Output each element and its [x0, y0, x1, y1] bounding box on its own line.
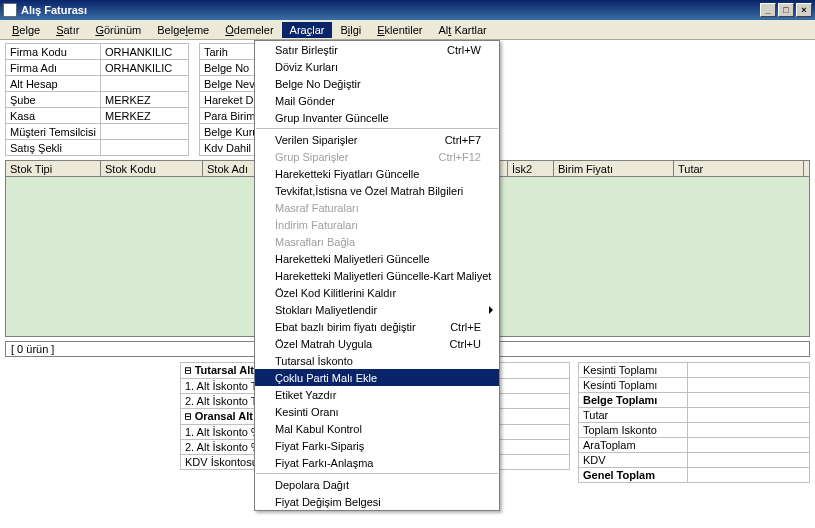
- menu-item[interactable]: Grup Invanter Güncelle: [255, 109, 499, 126]
- form-label: Kasa: [6, 108, 101, 124]
- totals-value: [688, 363, 810, 378]
- menu-item: İndirim Faturaları: [255, 216, 499, 233]
- menu-shortcut: Ctrl+U: [450, 338, 481, 350]
- menu-item[interactable]: Verilen SiparişlerCtrl+F7: [255, 131, 499, 148]
- menu-item-label: Hareketteki Fiyatları Güncelle: [275, 168, 419, 180]
- totals-label: KDV: [579, 453, 688, 468]
- menu-item: Masraf Faturaları: [255, 199, 499, 216]
- menu-item-label: Depolara Dağıt: [275, 479, 349, 491]
- totals-label: AraToplam: [579, 438, 688, 453]
- form-value[interactable]: [100, 76, 188, 92]
- form-value[interactable]: ORHANKILIC: [100, 44, 188, 60]
- close-button[interactable]: ×: [796, 3, 812, 17]
- menu-item[interactable]: Fiyat Değişim Belgesi: [255, 493, 499, 510]
- totals-value: [688, 453, 810, 468]
- menu-item[interactable]: Çoklu Parti Malı Ekle: [255, 369, 499, 386]
- menu-item[interactable]: Özel Kod Kilitlerini Kaldır: [255, 284, 499, 301]
- menu-item[interactable]: Fiyat Farkı-Anlaşma: [255, 454, 499, 471]
- menu-görünüm[interactable]: Görünüm: [87, 22, 149, 38]
- column-header[interactable]: Birim Fiyatı: [554, 161, 674, 176]
- menu-item-label: Grup Invanter Güncelle: [275, 112, 389, 124]
- menu-item-label: Tutarsal İskonto: [275, 355, 353, 367]
- menu-item[interactable]: Ebat bazlı birim fiyatı değiştirCtrl+E: [255, 318, 499, 335]
- menu-shortcut: Ctrl+E: [450, 321, 481, 333]
- menu-item-label: Çoklu Parti Malı Ekle: [275, 372, 377, 384]
- menu-bilgi[interactable]: Bilgi: [332, 22, 369, 38]
- totals-label: Kesinti Toplamı: [579, 363, 688, 378]
- menu-alt kartlar[interactable]: Alt Kartlar: [430, 22, 494, 38]
- menu-item[interactable]: Tutarsal İskonto: [255, 352, 499, 369]
- status-text: [ 0 ürün ]: [11, 343, 54, 355]
- totals-value: [688, 438, 810, 453]
- menu-bar[interactable]: BelgeSatırGörünümBelgelemeÖdemelerAraçla…: [0, 20, 815, 40]
- form-value[interactable]: [100, 140, 188, 156]
- menu-araçlar[interactable]: Araçlar: [282, 22, 333, 38]
- menu-item-label: Stokları Maliyetlendir: [275, 304, 377, 316]
- column-header[interactable]: Stok Tipi: [6, 161, 101, 176]
- totals-label: Tutar: [579, 408, 688, 423]
- menu-item[interactable]: Mail Gönder: [255, 92, 499, 109]
- menu-item-label: Belge No Değiştir: [275, 78, 361, 90]
- menu-belgeleme[interactable]: Belgeleme: [149, 22, 217, 38]
- menu-item[interactable]: Hareketteki Maliyetleri Güncelle-Kart Ma…: [255, 267, 499, 284]
- menu-item-label: Mal Kabul Kontrol: [275, 423, 362, 435]
- form-label: Şube: [6, 92, 101, 108]
- menu-item[interactable]: Döviz Kurları: [255, 58, 499, 75]
- column-header[interactable]: İsk2: [508, 161, 554, 176]
- menu-item[interactable]: Hareketteki Maliyetleri Güncelle: [255, 250, 499, 267]
- menu-item-label: İndirim Faturaları: [275, 219, 358, 231]
- totals-value: [688, 423, 810, 438]
- menu-separator: [256, 473, 498, 474]
- menu-item[interactable]: Mal Kabul Kontrol: [255, 420, 499, 437]
- menu-item[interactable]: Tevkifat,İstisna ve Özel Matrah Bilgiler…: [255, 182, 499, 199]
- menu-item-label: Satır Birleştir: [275, 44, 338, 56]
- form-label: Firma Adı: [6, 60, 101, 76]
- totals-label: Toplam Iskonto: [579, 423, 688, 438]
- menu-item[interactable]: Satır BirleştirCtrl+W: [255, 41, 499, 58]
- form-label: Alt Hesap: [6, 76, 101, 92]
- form-value[interactable]: ORHANKILIC: [100, 60, 188, 76]
- column-header[interactable]: Stok Kodu: [101, 161, 203, 176]
- minimize-button[interactable]: _: [760, 3, 776, 17]
- submenu-arrow-icon: [489, 306, 493, 314]
- menu-separator: [256, 128, 498, 129]
- menu-shortcut: Ctrl+F12: [439, 151, 482, 163]
- menu-item[interactable]: Hareketteki Fiyatları Güncelle: [255, 165, 499, 182]
- menu-item: Masrafları Bağla: [255, 233, 499, 250]
- menu-item-label: Özel Kod Kilitlerini Kaldır: [275, 287, 396, 299]
- form-label: Satış Şekli: [6, 140, 101, 156]
- menu-item-label: Hareketteki Maliyetleri Güncelle: [275, 253, 430, 265]
- menu-item[interactable]: Fiyat Farkı-Sipariş: [255, 437, 499, 454]
- menu-item[interactable]: Depolara Dağıt: [255, 476, 499, 493]
- menu-item-label: Döviz Kurları: [275, 61, 338, 73]
- menu-item-label: Kesinti Oranı: [275, 406, 339, 418]
- menu-item[interactable]: Stokları Maliyetlendir: [255, 301, 499, 318]
- menu-item[interactable]: Kesinti Oranı: [255, 403, 499, 420]
- form-value[interactable]: MERKEZ: [100, 108, 188, 124]
- title-bar: Alış Faturası _ □ ×: [0, 0, 815, 20]
- totals-value: [688, 393, 810, 408]
- form-value[interactable]: MERKEZ: [100, 92, 188, 108]
- menu-item-label: Özel Matrah Uygula: [275, 338, 372, 350]
- menu-item-label: Mail Gönder: [275, 95, 335, 107]
- totals-panel: Kesinti ToplamıKesinti ToplamıBelge Topl…: [578, 362, 810, 483]
- column-header[interactable]: Tutar: [674, 161, 804, 176]
- menu-item-label: Verilen Siparişler: [275, 134, 358, 146]
- araclar-menu[interactable]: Satır BirleştirCtrl+WDöviz KurlarıBelge …: [254, 40, 500, 511]
- menu-item-label: Masrafları Bağla: [275, 236, 355, 248]
- menu-item-label: Grup Siparişler: [275, 151, 348, 163]
- menu-item-label: Hareketteki Maliyetleri Güncelle-Kart Ma…: [275, 270, 491, 282]
- menu-item-label: Fiyat Farkı-Anlaşma: [275, 457, 373, 469]
- menu-item[interactable]: Belge No Değiştir: [255, 75, 499, 92]
- menu-eklentiler[interactable]: Eklentiler: [369, 22, 430, 38]
- totals-label: Kesinti Toplamı: [579, 378, 688, 393]
- maximize-button[interactable]: □: [778, 3, 794, 17]
- menu-ödemeler[interactable]: Ödemeler: [217, 22, 281, 38]
- menu-belge[interactable]: Belge: [4, 22, 48, 38]
- menu-item[interactable]: Etiket Yazdır: [255, 386, 499, 403]
- menu-satır[interactable]: Satır: [48, 22, 87, 38]
- menu-item[interactable]: Özel Matrah UygulaCtrl+U: [255, 335, 499, 352]
- form-value[interactable]: [100, 124, 188, 140]
- totals-label: Genel Toplam: [579, 468, 688, 483]
- menu-item-label: Masraf Faturaları: [275, 202, 359, 214]
